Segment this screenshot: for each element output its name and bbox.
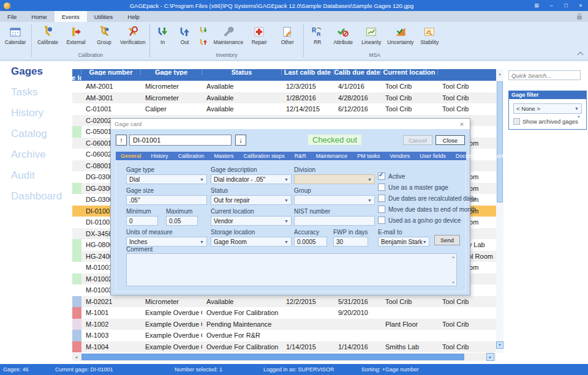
storage-location-dropdown[interactable]: Gage Room▼	[211, 237, 292, 247]
nist-number-input[interactable]	[294, 216, 375, 226]
dialog-checkbox[interactable]: Move due dates to end of month	[378, 206, 476, 213]
accuracy-input[interactable]: 0.0005	[294, 237, 327, 247]
dialog-tab[interactable]: Maintenance	[311, 152, 353, 160]
nav-item[interactable]: Dashboard	[0, 186, 70, 207]
maintenance-button[interactable]: Maintenance	[212, 23, 246, 45]
horizontal-scroll-thumb[interactable]	[81, 354, 464, 360]
dialog-tab[interactable]: R&R	[290, 152, 311, 160]
scroll-up-icon[interactable]: ▲	[496, 70, 503, 78]
show-archived-checkbox[interactable]: Show archived gages	[513, 118, 578, 125]
collapse-ribbon-icon[interactable]	[578, 51, 583, 56]
nav-item[interactable]: History	[0, 103, 70, 124]
other-event-button[interactable]: Other	[273, 23, 301, 45]
check-in-button[interactable]: In	[152, 23, 174, 45]
horizontal-scrollbar[interactable]: ◄ ►	[72, 353, 496, 361]
group-dropdown[interactable]: ▼	[294, 195, 375, 205]
stability-button[interactable]: Stability	[415, 23, 443, 45]
table-row[interactable]: AM-2001 Micrometer Available 12/3/2015 4…	[72, 81, 496, 92]
maximum-input[interactable]: 0.05	[166, 216, 198, 226]
col-status[interactable]: Status	[202, 69, 282, 75]
close-button[interactable]: Close	[435, 135, 465, 145]
col-last-calib[interactable]: Last calib date	[282, 69, 334, 75]
gage-number-input[interactable]	[129, 135, 232, 146]
scroll-up-icon[interactable]: ▲	[451, 255, 455, 259]
rr-study-button[interactable]: RR RR	[306, 23, 329, 45]
gage-type-dropdown[interactable]: Dial▼	[126, 174, 207, 184]
table-row[interactable]: M-1001 Example Overdue Gage Overdue For …	[72, 307, 496, 319]
quick-search-input[interactable]	[508, 70, 581, 80]
col-gage-number[interactable]: Gage number	[81, 69, 141, 75]
dialog-tab[interactable]: PM tasks	[352, 152, 385, 160]
dialog-checkbox[interactable]: Active	[378, 173, 405, 180]
ribbon-tab[interactable]: Events	[55, 11, 87, 22]
scroll-down-icon[interactable]: ▼	[496, 341, 503, 349]
previous-gage-button[interactable]: ↑	[116, 135, 127, 146]
nav-item[interactable]: Tasks	[0, 82, 70, 103]
comment-textarea[interactable]: ▲ ▼	[126, 253, 457, 286]
vertical-scrollbar[interactable]: ▲ ▼	[496, 69, 503, 353]
minimize-icon[interactable]: –	[544, 0, 559, 11]
dialog-checkbox[interactable]: Use as a master gage	[378, 184, 448, 191]
dialog-tab[interactable]: History	[146, 152, 173, 160]
attribute-button[interactable]: Attribute	[329, 23, 357, 45]
close-icon[interactable]: ×	[573, 0, 588, 11]
nav-item[interactable]: Gages	[0, 61, 70, 82]
dialog-tab[interactable]: Masters	[209, 152, 239, 160]
units-dropdown[interactable]: Inches▼	[126, 237, 207, 247]
ribbon-tab[interactable]: File	[0, 11, 24, 22]
table-row[interactable]: C-01001 Caliper Available 12/14/2015 6/1…	[72, 103, 496, 115]
dialog-tab[interactable]: Vendors	[385, 152, 415, 160]
dialog-tab[interactable]: Calibration steps	[239, 152, 290, 160]
calendar-button[interactable]: Calendar	[1, 23, 29, 45]
nav-item[interactable]: Audit	[0, 165, 70, 186]
current-location-dropdown[interactable]: Vendor▼	[211, 216, 292, 226]
ribbon-tab[interactable]: Utilities	[87, 11, 121, 22]
gage-size-input[interactable]: .05"	[126, 195, 207, 205]
scroll-left-icon[interactable]: ◄	[72, 353, 80, 361]
dialog-tab[interactable]: Parts	[488, 152, 511, 160]
external-button[interactable]: External	[62, 23, 90, 45]
gage-filter-dropdown[interactable]: < None > ▼	[513, 103, 582, 114]
dialog-tab[interactable]: User fields	[415, 152, 451, 160]
table-row[interactable]: M-1003 Example Overdue Gage Overdue For …	[72, 330, 496, 341]
repair-button[interactable]: Repair	[245, 23, 273, 45]
dialog-title-bar[interactable]: Gage card ×	[111, 119, 470, 129]
vertical-scroll-thumb[interactable]	[497, 81, 503, 202]
dialog-checkbox[interactable]: Due dates are recalculated daily	[378, 195, 476, 202]
dialog-close-icon[interactable]: ×	[458, 121, 466, 128]
col-calib-due[interactable]: Calib due date	[334, 69, 381, 75]
ribbon-tab[interactable]: Home	[24, 11, 54, 22]
col-gage-type[interactable]: Gage type	[141, 69, 202, 75]
dialog-checkbox[interactable]: Used as a go/no go device	[378, 217, 461, 224]
col-current-location[interactable]: Current location	[381, 69, 438, 75]
nav-item[interactable]: Catalog	[0, 124, 70, 144]
dialog-tab[interactable]: General	[116, 152, 146, 160]
table-row[interactable]: M-1002 Example Overdue Gage Pending Main…	[72, 319, 496, 330]
ribbon-tab[interactable]: Help	[120, 11, 147, 22]
mini-move-in-icon[interactable]	[198, 24, 209, 35]
linearity-button[interactable]: Linearity	[357, 23, 385, 45]
check-out-button[interactable]: Out	[174, 23, 196, 45]
dialog-tab[interactable]: Documents	[451, 152, 489, 160]
gage-description-dropdown[interactable]: Dial indicator - .05"▼	[211, 174, 292, 184]
nav-item[interactable]: Archive	[0, 144, 70, 165]
cancel-button[interactable]: Cancel	[403, 135, 432, 145]
theme-icon[interactable]: ⊞	[529, 0, 544, 11]
email-to-dropdown[interactable]: Benjamin Stark▼	[378, 237, 429, 247]
send-email-button[interactable]: Send	[434, 235, 460, 245]
calibrate-button[interactable]: Calibrate	[34, 23, 62, 45]
division-dropdown[interactable]: ▼	[294, 174, 375, 184]
status-dropdown[interactable]: Out for repair▼	[211, 195, 292, 205]
table-row[interactable]: M-02021 Micrometer Available 12/2/2015 5…	[72, 296, 496, 308]
group-button[interactable]: Group	[90, 23, 118, 45]
scroll-right-icon[interactable]: ►	[486, 353, 494, 361]
minimum-input[interactable]: 0	[126, 216, 158, 226]
fwp-days-input[interactable]: 30	[333, 237, 368, 247]
scroll-down-icon[interactable]: ▼	[451, 281, 455, 284]
verification-button[interactable]: Verification	[118, 23, 148, 45]
next-gage-button[interactable]: ↓	[235, 135, 246, 146]
dialog-tab[interactable]: Calibration	[173, 152, 209, 160]
uncertainty-button[interactable]: Uncertainty	[385, 23, 415, 45]
col-storage-location[interactable]: Storage location	[72, 75, 81, 81]
table-row[interactable]: AM-3001 Micrometer Available 1/28/2016 4…	[72, 92, 496, 104]
